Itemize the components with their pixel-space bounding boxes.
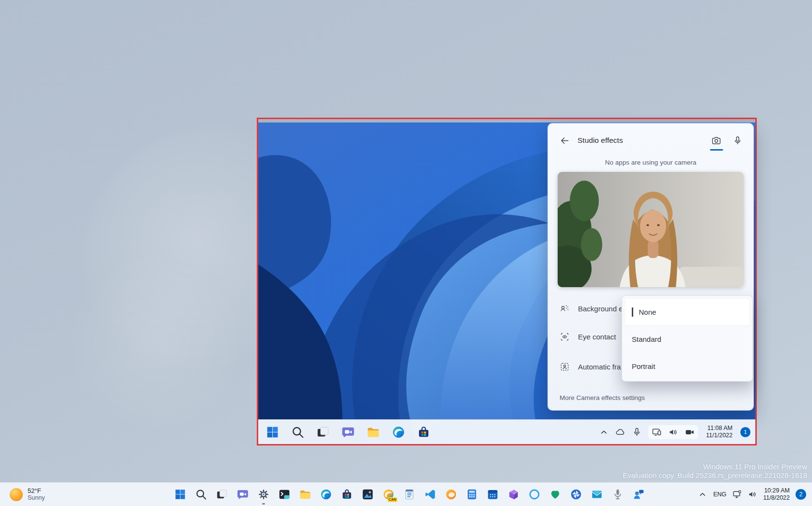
screenshot-red-frame: Studio effects No apps are using your ca… (257, 118, 757, 445)
studio-effects-header: Studio effects (560, 133, 743, 148)
taskbar-icon-feedback-hub[interactable] (632, 488, 645, 501)
back-icon[interactable] (560, 136, 570, 146)
taskbar-icon-notepad[interactable] (403, 488, 416, 501)
inner-taskbar-icon-edge[interactable] (391, 425, 406, 439)
inner-system-tray: 11:08 AM 11/1/2022 1 (599, 425, 755, 439)
camera-preview (558, 172, 744, 287)
background-effects-icon (560, 304, 570, 314)
taskbar-icon-voice-recorder[interactable] (611, 488, 624, 501)
dropdown-option-standard[interactable]: Standard (625, 325, 750, 353)
taskbar-icon-photos[interactable] (361, 488, 374, 501)
taskbar-icon-calculator[interactable] (466, 488, 478, 501)
inner-taskbar-icon-chat[interactable] (341, 425, 355, 439)
taskbar-icon-health[interactable] (549, 488, 562, 501)
dropdown-option-portrait-label: Portrait (632, 362, 655, 370)
taskbar-icon-explorer[interactable] (299, 488, 312, 501)
system-tray: ENG 10:29 AM 11/8/2022 2 (698, 483, 810, 506)
taskbar-icon-calendar[interactable] (486, 488, 499, 501)
watermark-line2: Evaluation copy. Build 25236.rs_prerelea… (623, 471, 807, 480)
eye-contact-icon (560, 332, 570, 342)
taskbar-icon-terminal[interactable] (278, 488, 291, 501)
taskbar-icon-settings[interactable] (257, 488, 270, 501)
inner-tray-group[interactable] (648, 425, 698, 439)
taskbar-icon-edge-canary[interactable]: CAN (382, 488, 395, 501)
inner-tray-icon-cast[interactable] (652, 427, 662, 437)
weather-widget[interactable]: 52°F Sunny (5, 483, 49, 506)
inner-tray-icon-volume[interactable] (668, 427, 678, 437)
taskbar-icon-pinwheel[interactable] (570, 488, 582, 501)
volume-icon[interactable] (748, 490, 757, 499)
camera-tab-icon[interactable] (711, 136, 721, 146)
inner-tray-icon-mic-outline[interactable] (632, 427, 642, 437)
eye-contact-label: Eye contact (578, 333, 616, 341)
dropdown-option-none[interactable]: None (625, 298, 750, 325)
inner-taskbar-icon-task-view[interactable] (316, 425, 330, 439)
taskbar-icon-search[interactable] (195, 488, 207, 501)
inner-taskbar-pinned (258, 425, 431, 439)
inner-notification-badge[interactable]: 1 (740, 427, 750, 437)
network-icon[interactable] (732, 490, 742, 499)
automatic-framing-label: Automatic fra (578, 363, 621, 371)
inner-taskbar: 11:08 AM 11/1/2022 1 (258, 419, 755, 444)
eye-contact-row[interactable]: Eye contact (560, 327, 616, 346)
taskbar-icon-cortana[interactable] (528, 488, 541, 501)
clock[interactable]: 10:29 AM 11/8/2022 (763, 487, 790, 502)
background-effects-row[interactable]: Background e (560, 299, 623, 318)
inner-taskbar-icon-search[interactable] (291, 425, 305, 439)
automatic-framing-row[interactable]: Automatic fra (560, 357, 621, 376)
taskbar-icon-task-view[interactable] (216, 488, 228, 501)
taskbar-icon-clipchamp[interactable] (507, 488, 520, 501)
device-tabs (711, 136, 743, 146)
insider-watermark: Windows 11 Pro Insider Preview Evaluatio… (623, 462, 807, 480)
watermark-line1: Windows 11 Pro Insider Preview (623, 462, 807, 471)
clock-date: 11/8/2022 (763, 494, 790, 501)
camera-status-text: No apps are using your camera (548, 159, 753, 166)
tray-chevron-up-icon[interactable] (698, 490, 707, 499)
weather-condition: Sunny (28, 494, 45, 502)
dropdown-option-none-label: None (639, 308, 656, 316)
studio-effects-panel: Studio effects No apps are using your ca… (547, 123, 754, 411)
weather-temp: 52°F (28, 487, 45, 494)
language-indicator[interactable]: ENG (713, 491, 726, 498)
taskbar-icon-chat[interactable] (236, 488, 249, 501)
taskbar-icon-store[interactable] (341, 488, 353, 501)
notification-badge[interactable]: 2 (796, 489, 806, 500)
inner-taskbar-icon-store[interactable] (417, 425, 431, 439)
taskbar: 52°F Sunny CAN ENG 10:29 AM 11/8/2022 2 (0, 482, 812, 506)
desktop: Studio effects No apps are using your ca… (0, 0, 812, 506)
text-cursor (632, 307, 633, 317)
taskbar-icon-vscode[interactable] (424, 488, 437, 501)
desktop-ghost-bloom-2 (44, 252, 247, 455)
inner-tray-icon-camera-tray[interactable] (685, 427, 695, 437)
background-effects-label: Background e (578, 305, 623, 313)
inner-taskbar-icon-explorer[interactable] (366, 425, 380, 439)
taskbar-icon-start[interactable] (174, 488, 187, 501)
clock-time: 10:29 AM (764, 487, 790, 494)
inner-clock-time: 11:08 AM (707, 425, 733, 431)
dropdown-option-standard-label: Standard (632, 335, 661, 343)
taskbar-pinned-apps: CAN (174, 483, 645, 506)
sunny-icon (10, 488, 23, 501)
automatic-framing-icon (560, 362, 570, 372)
inner-clock-date: 11/1/2022 (706, 432, 733, 439)
inner-tray-icon-cloud[interactable] (615, 427, 625, 437)
dropdown-option-portrait[interactable]: Portrait (625, 353, 750, 380)
background-effects-dropdown: None Standard Portrait (622, 295, 753, 382)
taskbar-icon-mail[interactable] (591, 488, 603, 501)
more-camera-settings-link[interactable]: More Camera effects settings (560, 394, 645, 401)
screenshot-top-strip (258, 119, 755, 123)
microphone-tab-icon[interactable] (733, 136, 743, 146)
inner-tray-left (599, 427, 642, 437)
inner-tray-icon-chevron-up[interactable] (599, 427, 609, 437)
inner-taskbar-icon-start[interactable] (265, 425, 280, 439)
inner-clock[interactable]: 11:08 AM 11/1/2022 (706, 425, 733, 439)
edge-canary-badge: CAN (388, 497, 397, 502)
taskbar-icon-edge[interactable] (320, 488, 332, 501)
panel-title: Studio effects (578, 136, 623, 145)
taskbar-icon-orange-browser[interactable] (445, 488, 457, 501)
